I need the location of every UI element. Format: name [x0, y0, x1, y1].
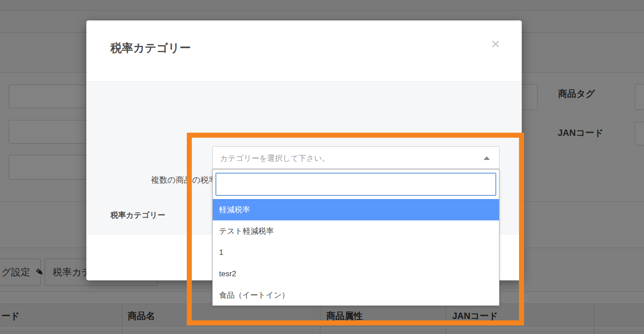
modal-header: 税率カテゴリー ×	[86, 20, 522, 82]
select-search-input[interactable]	[215, 173, 496, 196]
modal-title: 税率カテゴリー	[110, 40, 191, 55]
select-option-test-keigen[interactable]: テスト軽減税率	[213, 220, 499, 242]
select-dropdown-panel: 軽減税率 テスト軽減税率 1 tesr2 食品（イートイン）	[212, 169, 499, 306]
select-option-1[interactable]: 1	[213, 242, 499, 263]
select-options-list: 軽減税率 テスト軽減税率 1 tesr2 食品（イートイン）	[213, 199, 499, 306]
close-icon[interactable]: ×	[491, 36, 500, 51]
select-option-tesr2[interactable]: tesr2	[213, 263, 499, 284]
screen: 商品タグ JANコード グ設定 税率カテ ード 商品名 商品属性 JANコード …	[0, 0, 644, 334]
chevron-up-icon	[484, 156, 490, 160]
select-placeholder: カテゴリーを選択して下さい。	[220, 153, 330, 164]
tax-category-field-label: 税率カテゴリー	[110, 210, 165, 220]
select-option-food-eatin[interactable]: 食品（イートイン）	[213, 284, 499, 306]
tax-category-select[interactable]: カテゴリーを選択して下さい。	[212, 146, 499, 169]
select-option-keigen[interactable]: 軽減税率	[213, 199, 499, 220]
